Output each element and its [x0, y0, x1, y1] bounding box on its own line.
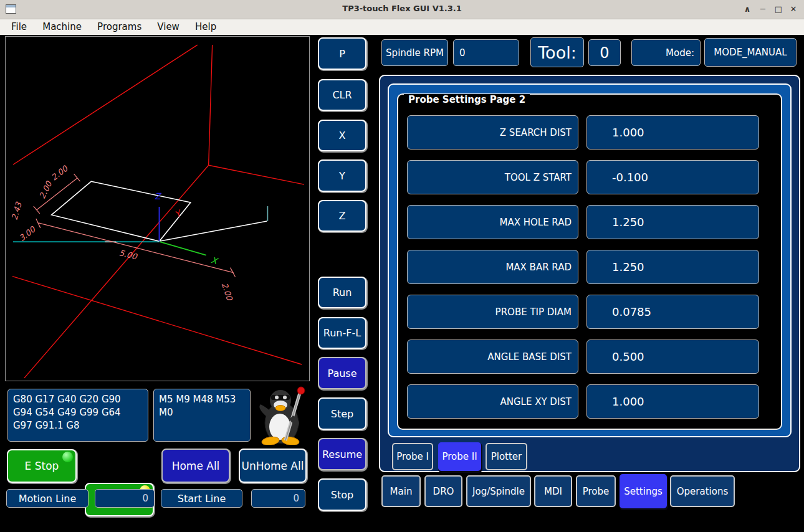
x-axis-label: X	[210, 255, 220, 266]
menu-machine[interactable]: Machine	[36, 19, 88, 34]
svg-text:3.00: 3.00	[17, 224, 38, 244]
minimize-icon[interactable]: ─	[755, 2, 771, 17]
tool-value[interactable]: 0	[588, 39, 621, 66]
x-axis	[160, 242, 206, 255]
clr-button[interactable]: CLR	[318, 79, 366, 111]
svg-text:5.00: 5.00	[118, 248, 139, 262]
tab-operations[interactable]: Operations	[670, 475, 735, 507]
svg-text:2.00: 2.00	[37, 179, 54, 200]
tab-plotter[interactable]: Plotter	[486, 443, 527, 470]
titlebar[interactable]: TP3-touch Flex GUI V1.3.1 ∧ ─ □ ✕	[0, 0, 804, 19]
mode-label: Mode:	[631, 39, 701, 66]
tool-label: Tool:	[530, 37, 584, 67]
p-button[interactable]: P	[318, 37, 366, 70]
tool-z-start-label: TOOL Z START	[407, 160, 578, 194]
start-line-label: Start Line	[161, 489, 242, 508]
probe-settings-title: Probe Settings Page 2	[404, 94, 530, 105]
tab-mdi[interactable]: MDI	[534, 475, 572, 507]
probe-tip-diam-value[interactable]: 0.0785	[586, 295, 759, 329]
mode-value: MODE_MANUAL	[704, 38, 797, 67]
pause-button[interactable]: Pause	[318, 357, 366, 389]
tab-jog-spindle[interactable]: Jog/Spindle	[466, 475, 531, 507]
main-area: Z X Y 2.00 2.00 2.43 3.00 5.00 2.00	[0, 35, 804, 532]
unhome-all-button[interactable]: UnHome All	[239, 449, 307, 483]
z-search-dist-label: Z SEARCH DIST	[407, 115, 578, 150]
tab-probe-2[interactable]: Probe II	[438, 442, 481, 471]
menubar: File Machine Programs View Help	[0, 19, 804, 35]
run-button[interactable]: Run	[318, 277, 366, 308]
estop-label: E Stop	[25, 460, 59, 472]
stop-button[interactable]: Stop	[318, 478, 366, 511]
run-f-l-button[interactable]: Run-F-L	[318, 317, 366, 349]
application-window: TP3-touch Flex GUI V1.3.1 ∧ ─ □ ✕ File M…	[0, 0, 804, 532]
tab-main[interactable]: Main	[381, 475, 421, 507]
tool-z-start-value[interactable]: -0.100	[586, 160, 759, 194]
motion-line-value: 0	[95, 489, 155, 508]
angle-base-dist-value[interactable]: 0.500	[586, 340, 759, 374]
y-axis-label: Y	[173, 207, 184, 220]
probe-tip-diam-label: PROBE TIP DIAM	[407, 295, 578, 329]
estop-button[interactable]: E Stop	[7, 449, 77, 483]
spindle-rpm-value[interactable]: 0	[453, 39, 519, 66]
estop-led-icon	[62, 452, 73, 462]
max-hole-rad-label: MAX HOLE RAD	[407, 205, 578, 239]
tab-probe-1[interactable]: Probe I	[392, 443, 433, 470]
angle-xy-dist-value[interactable]: 1.000	[586, 384, 759, 419]
tab-probe[interactable]: Probe	[576, 475, 616, 507]
menu-programs[interactable]: Programs	[91, 19, 148, 34]
tux-mascot	[254, 384, 312, 445]
window-title: TP3-touch Flex GUI V1.3.1	[0, 4, 804, 13]
y-button[interactable]: Y	[318, 159, 366, 192]
x-button[interactable]: X	[318, 120, 366, 151]
dimension-labels: 2.00 2.00 2.43 3.00 5.00 2.00	[9, 163, 234, 303]
close-icon[interactable]: ✕	[785, 2, 802, 17]
toolpath-preview[interactable]: Z X Y 2.00 2.00 2.43 3.00 5.00 2.00	[5, 36, 310, 381]
angle-xy-dist-label: ANGLE XY DIST	[407, 384, 578, 419]
home-all-button[interactable]: Home All	[161, 449, 230, 483]
svg-text:2.00: 2.00	[49, 163, 70, 183]
start-line-value: 0	[251, 489, 305, 508]
max-bar-rad-label: MAX BAR RAD	[407, 250, 578, 284]
menu-view[interactable]: View	[151, 19, 186, 34]
motion-line-label: Motion Line	[6, 489, 89, 508]
active-mcodes: M5 M9 M48 M53 M0	[153, 389, 251, 442]
angle-base-dist-label: ANGLE BASE DIST	[407, 340, 578, 374]
tab-dro[interactable]: DRO	[424, 475, 462, 507]
max-hole-rad-value[interactable]: 1.250	[586, 205, 759, 239]
z-button[interactable]: Z	[318, 200, 366, 232]
spindle-rpm-label: Spindle RPM	[381, 39, 448, 66]
svg-text:2.43: 2.43	[9, 200, 24, 221]
active-gcodes: G80 G17 G40 G20 G90 G94 G54 G49 G99 G64 …	[7, 389, 148, 442]
tab-settings[interactable]: Settings	[620, 474, 667, 508]
svg-text:2.00: 2.00	[220, 282, 235, 303]
shade-icon[interactable]: ∧	[739, 2, 755, 17]
step-button[interactable]: Step	[318, 397, 366, 430]
menu-help[interactable]: Help	[189, 19, 223, 34]
z-search-dist-value[interactable]: 1.000	[586, 115, 759, 150]
resume-button[interactable]: Resume	[318, 438, 366, 470]
maximize-icon[interactable]: □	[770, 2, 787, 17]
max-bar-rad-value[interactable]: 1.250	[586, 250, 759, 284]
menu-file[interactable]: File	[5, 19, 33, 34]
